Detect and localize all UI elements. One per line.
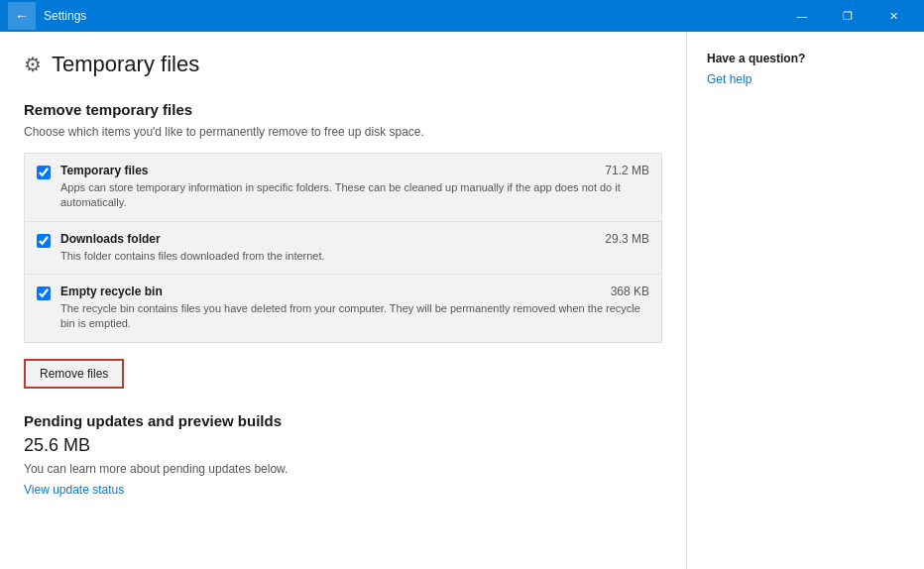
item-name: Temporary files [60,164,148,177]
list-item: Temporary files71.2 MBApps can store tem… [25,154,661,222]
close-button[interactable]: ✕ [870,0,916,32]
pending-description: You can learn more about pending updates… [24,462,662,476]
list-item: Empty recycle bin368 KBThe recycle bin c… [25,275,661,342]
window-controls: — ❐ ✕ [779,0,916,32]
title-bar-title: Settings [44,9,86,23]
section-description: Choose which items you'd like to permane… [24,124,662,141]
page-header: ⚙ Temporary files [24,52,662,77]
items-list: Temporary files71.2 MBApps can store tem… [24,153,662,343]
title-bar: ← Settings — ❐ ✕ [0,0,924,32]
view-update-status-link[interactable]: View update status [24,483,124,497]
item-size: 71.2 MB [605,164,649,177]
item-name: Empty recycle bin [60,284,163,298]
right-panel: Have a question? Get help [686,32,924,569]
remove-files-button[interactable]: Remove files [24,359,124,389]
remove-temp-section: Remove temporary files Choose which item… [24,101,662,343]
item-size: 29.3 MB [605,232,649,246]
pending-updates-section: Pending updates and preview builds 25.6 … [24,412,662,497]
content-area: ⚙ Temporary files Remove temporary files… [0,32,686,569]
section-title: Remove temporary files [24,101,662,118]
checkbox-item-0[interactable] [37,166,51,179]
checkbox-item-1[interactable] [37,234,51,248]
back-button[interactable]: ← [8,2,36,30]
minimize-button[interactable]: — [779,0,825,32]
item-description: The recycle bin contains files you have … [60,301,649,332]
pending-size: 25.6 MB [24,435,662,456]
item-description: Apps can store temporary information in … [60,180,649,211]
list-item: Downloads folder29.3 MBThis folder conta… [25,222,661,275]
gear-icon: ⚙ [24,53,42,76]
help-title: Have a question? [707,52,904,65]
restore-button[interactable]: ❐ [825,0,870,32]
item-size: 368 KB [611,284,649,298]
item-name: Downloads folder [60,232,161,246]
item-description: This folder contains files downloaded fr… [60,249,649,264]
checkbox-item-2[interactable] [37,286,51,300]
get-help-link[interactable]: Get help [707,72,751,86]
page-title: Temporary files [52,52,199,77]
main-container: ⚙ Temporary files Remove temporary files… [0,32,924,569]
pending-section-title: Pending updates and preview builds [24,412,662,429]
